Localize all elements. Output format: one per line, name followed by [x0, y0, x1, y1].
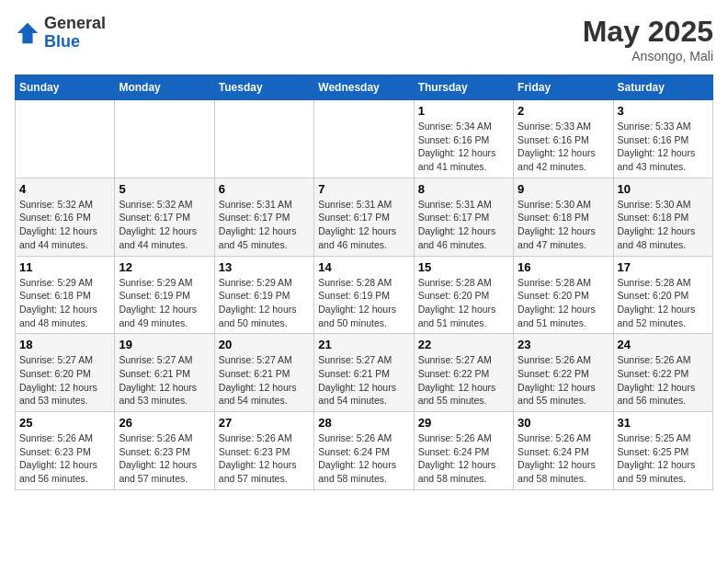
day-number: 28	[318, 416, 409, 430]
day-info: Sunrise: 5:31 AM Sunset: 6:17 PM Dayligh…	[219, 198, 310, 252]
day-info: Sunrise: 5:30 AM Sunset: 6:18 PM Dayligh…	[518, 198, 609, 252]
day-number: 4	[19, 182, 110, 196]
calendar-cell: 15Sunrise: 5:28 AM Sunset: 6:20 PM Dayli…	[414, 256, 513, 334]
day-info: Sunrise: 5:26 AM Sunset: 6:22 PM Dayligh…	[618, 353, 709, 408]
day-info: Sunrise: 5:29 AM Sunset: 6:19 PM Dayligh…	[219, 276, 310, 330]
day-number: 23	[518, 338, 609, 351]
day-info: Sunrise: 5:28 AM Sunset: 6:20 PM Dayligh…	[618, 276, 709, 330]
day-info: Sunrise: 5:29 AM Sunset: 6:19 PM Dayligh…	[119, 276, 210, 330]
day-info: Sunrise: 5:26 AM Sunset: 6:23 PM Dayligh…	[219, 431, 310, 486]
col-header-monday: Monday	[115, 75, 214, 100]
logo: General Blue	[15, 15, 106, 52]
calendar-cell: 7Sunrise: 5:31 AM Sunset: 6:17 PM Daylig…	[314, 178, 414, 256]
logo-text: General Blue	[44, 15, 106, 52]
day-info: Sunrise: 5:28 AM Sunset: 6:20 PM Dayligh…	[418, 276, 509, 330]
calendar-cell	[115, 100, 214, 178]
calendar-cell: 21Sunrise: 5:27 AM Sunset: 6:21 PM Dayli…	[314, 334, 414, 412]
day-number: 14	[318, 260, 409, 274]
calendar-cell: 26Sunrise: 5:26 AM Sunset: 6:23 PM Dayli…	[115, 412, 214, 490]
calendar-cell: 18Sunrise: 5:27 AM Sunset: 6:20 PM Dayli…	[16, 334, 115, 412]
day-info: Sunrise: 5:29 AM Sunset: 6:18 PM Dayligh…	[19, 276, 110, 330]
day-number: 15	[418, 260, 509, 274]
day-info: Sunrise: 5:26 AM Sunset: 6:24 PM Dayligh…	[518, 431, 609, 486]
day-info: Sunrise: 5:26 AM Sunset: 6:23 PM Dayligh…	[19, 431, 110, 486]
day-info: Sunrise: 5:31 AM Sunset: 6:17 PM Dayligh…	[418, 198, 509, 252]
day-info: Sunrise: 5:28 AM Sunset: 6:20 PM Dayligh…	[518, 276, 609, 330]
calendar-cell: 28Sunrise: 5:26 AM Sunset: 6:24 PM Dayli…	[314, 412, 414, 490]
day-info: Sunrise: 5:26 AM Sunset: 6:23 PM Dayligh…	[119, 431, 210, 486]
day-info: Sunrise: 5:32 AM Sunset: 6:16 PM Dayligh…	[19, 198, 110, 252]
week-row-1: 1Sunrise: 5:34 AM Sunset: 6:16 PM Daylig…	[16, 100, 713, 178]
day-number: 13	[219, 260, 310, 274]
calendar-cell: 19Sunrise: 5:27 AM Sunset: 6:21 PM Dayli…	[115, 334, 214, 412]
day-info: Sunrise: 5:27 AM Sunset: 6:21 PM Dayligh…	[219, 353, 310, 408]
day-number: 21	[318, 338, 409, 351]
header-row: SundayMondayTuesdayWednesdayThursdayFrid…	[16, 75, 713, 100]
col-header-sunday: Sunday	[16, 75, 115, 100]
day-number: 19	[119, 338, 210, 351]
day-info: Sunrise: 5:25 AM Sunset: 6:25 PM Dayligh…	[618, 431, 709, 486]
day-number: 6	[219, 182, 310, 196]
page-header: General Blue May 2025 Ansongo, Mali	[15, 15, 713, 63]
day-number: 2	[518, 104, 609, 118]
calendar-cell: 10Sunrise: 5:30 AM Sunset: 6:18 PM Dayli…	[613, 178, 712, 256]
calendar-cell	[314, 100, 414, 178]
day-info: Sunrise: 5:30 AM Sunset: 6:18 PM Dayligh…	[618, 198, 709, 252]
day-number: 27	[219, 416, 310, 430]
calendar-cell: 14Sunrise: 5:28 AM Sunset: 6:19 PM Dayli…	[314, 256, 414, 334]
calendar-cell: 2Sunrise: 5:33 AM Sunset: 6:16 PM Daylig…	[514, 100, 613, 178]
calendar-cell: 27Sunrise: 5:26 AM Sunset: 6:23 PM Dayli…	[214, 412, 313, 490]
day-info: Sunrise: 5:26 AM Sunset: 6:22 PM Dayligh…	[518, 353, 609, 408]
day-number: 20	[219, 338, 310, 351]
logo-general: General	[44, 15, 106, 33]
calendar-cell: 3Sunrise: 5:33 AM Sunset: 6:16 PM Daylig…	[613, 100, 712, 178]
day-number: 12	[119, 260, 210, 274]
calendar-cell: 12Sunrise: 5:29 AM Sunset: 6:19 PM Dayli…	[115, 256, 214, 334]
calendar-cell: 24Sunrise: 5:26 AM Sunset: 6:22 PM Dayli…	[613, 334, 712, 412]
calendar-cell: 22Sunrise: 5:27 AM Sunset: 6:22 PM Dayli…	[414, 334, 513, 412]
calendar-cell: 1Sunrise: 5:34 AM Sunset: 6:16 PM Daylig…	[414, 100, 513, 178]
calendar-cell: 23Sunrise: 5:26 AM Sunset: 6:22 PM Dayli…	[514, 334, 613, 412]
title-block: May 2025 Ansongo, Mali	[583, 15, 713, 63]
month-year: May 2025	[583, 15, 713, 49]
day-info: Sunrise: 5:27 AM Sunset: 6:22 PM Dayligh…	[418, 353, 509, 408]
day-info: Sunrise: 5:27 AM Sunset: 6:21 PM Dayligh…	[318, 353, 409, 408]
day-info: Sunrise: 5:33 AM Sunset: 6:16 PM Dayligh…	[618, 120, 709, 174]
calendar-cell	[214, 100, 313, 178]
calendar-cell: 31Sunrise: 5:25 AM Sunset: 6:25 PM Dayli…	[613, 412, 712, 490]
calendar-cell: 17Sunrise: 5:28 AM Sunset: 6:20 PM Dayli…	[613, 256, 712, 334]
svg-marker-0	[17, 23, 38, 43]
calendar-cell: 13Sunrise: 5:29 AM Sunset: 6:19 PM Dayli…	[214, 256, 313, 334]
calendar-cell: 25Sunrise: 5:26 AM Sunset: 6:23 PM Dayli…	[16, 412, 115, 490]
day-number: 16	[518, 260, 609, 274]
week-row-2: 4Sunrise: 5:32 AM Sunset: 6:16 PM Daylig…	[16, 178, 713, 256]
calendar-cell	[16, 100, 115, 178]
calendar-cell: 5Sunrise: 5:32 AM Sunset: 6:17 PM Daylig…	[115, 178, 214, 256]
day-info: Sunrise: 5:26 AM Sunset: 6:24 PM Dayligh…	[418, 431, 509, 486]
day-info: Sunrise: 5:34 AM Sunset: 6:16 PM Dayligh…	[418, 120, 509, 174]
day-number: 26	[119, 416, 210, 430]
calendar-cell: 4Sunrise: 5:32 AM Sunset: 6:16 PM Daylig…	[16, 178, 115, 256]
day-info: Sunrise: 5:27 AM Sunset: 6:20 PM Dayligh…	[19, 353, 110, 408]
calendar-cell: 20Sunrise: 5:27 AM Sunset: 6:21 PM Dayli…	[214, 334, 313, 412]
col-header-tuesday: Tuesday	[214, 75, 313, 100]
day-number: 9	[518, 182, 609, 196]
calendar-cell: 16Sunrise: 5:28 AM Sunset: 6:20 PM Dayli…	[514, 256, 613, 334]
day-info: Sunrise: 5:28 AM Sunset: 6:19 PM Dayligh…	[318, 276, 409, 330]
day-number: 22	[418, 338, 509, 351]
week-row-4: 18Sunrise: 5:27 AM Sunset: 6:20 PM Dayli…	[16, 334, 713, 412]
col-header-saturday: Saturday	[613, 75, 712, 100]
day-number: 25	[19, 416, 110, 430]
calendar-cell: 9Sunrise: 5:30 AM Sunset: 6:18 PM Daylig…	[514, 178, 613, 256]
day-number: 1	[418, 104, 509, 118]
location: Ansongo, Mali	[583, 49, 713, 63]
week-row-5: 25Sunrise: 5:26 AM Sunset: 6:23 PM Dayli…	[16, 412, 713, 490]
day-number: 24	[618, 338, 709, 351]
day-number: 7	[318, 182, 409, 196]
week-row-3: 11Sunrise: 5:29 AM Sunset: 6:18 PM Dayli…	[16, 256, 713, 334]
logo-blue: Blue	[44, 33, 106, 52]
day-number: 5	[119, 182, 210, 196]
day-number: 31	[618, 416, 709, 430]
col-header-friday: Friday	[514, 75, 613, 100]
day-number: 18	[19, 338, 110, 351]
